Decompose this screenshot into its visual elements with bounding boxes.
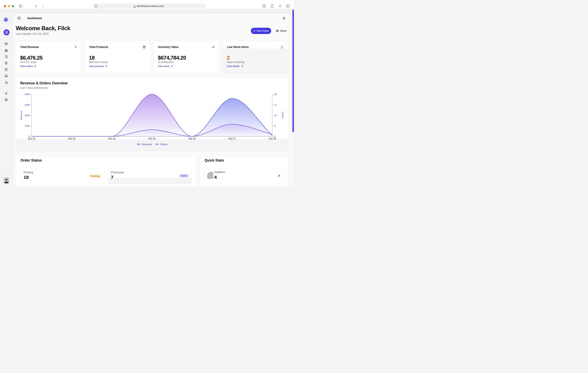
svg-text:1500: 1500 <box>25 124 30 127</box>
svg-text:Oct 16: Oct 16 <box>189 137 196 140</box>
svg-text:Oct 13: Oct 13 <box>68 137 75 140</box>
svg-text:Oct 15: Oct 15 <box>148 137 156 140</box>
svg-text:Oct 12: Oct 12 <box>28 137 35 140</box>
svg-text:6000: 6000 <box>25 93 30 95</box>
svg-text:Revenue: Revenue <box>141 143 152 146</box>
svg-text:15: 15 <box>274 104 277 106</box>
svg-text:20: 20 <box>274 93 277 95</box>
svg-text:3000: 3000 <box>25 114 30 117</box>
svg-text:Oct 14: Oct 14 <box>108 137 116 140</box>
svg-text:10: 10 <box>274 114 277 117</box>
svg-text:Revenue: Revenue <box>20 111 22 120</box>
svg-text:Oct 17: Oct 17 <box>229 137 236 140</box>
svg-text:Orders: Orders <box>160 143 168 146</box>
svg-text:Orders: Orders <box>282 112 284 119</box>
svg-text:5: 5 <box>274 124 275 127</box>
svg-text:Oct 18: Oct 18 <box>269 137 276 140</box>
svg-text:4500: 4500 <box>25 104 30 106</box>
